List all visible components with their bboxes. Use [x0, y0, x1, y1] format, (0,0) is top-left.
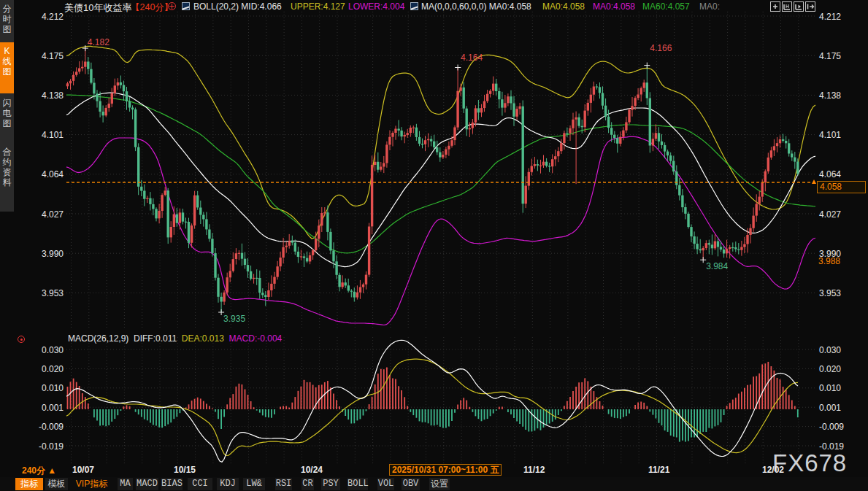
svg-text:4.101: 4.101	[42, 130, 64, 140]
svg-text:0.030: 0.030	[819, 345, 841, 355]
svg-text:0.020: 0.020	[819, 364, 841, 374]
svg-text:-0.019: -0.019	[39, 441, 64, 452]
svg-text:3.990: 3.990	[42, 249, 64, 259]
svg-text:4.027: 4.027	[819, 209, 841, 220]
svg-text:4.182: 4.182	[88, 37, 110, 47]
svg-text:4.212: 4.212	[42, 12, 64, 22]
svg-text:4.064: 4.064	[42, 169, 64, 179]
svg-text:4.175: 4.175	[819, 51, 841, 61]
svg-text:0.010: 0.010	[819, 383, 841, 393]
svg-text:0.001: 0.001	[819, 403, 841, 413]
svg-text:4.138: 4.138	[819, 90, 841, 101]
svg-text:4.175: 4.175	[42, 51, 64, 61]
svg-text:3.953: 3.953	[819, 288, 841, 298]
svg-text:4.027: 4.027	[42, 209, 64, 220]
svg-text:3.984: 3.984	[706, 261, 728, 271]
svg-text:-0.009: -0.009	[819, 422, 844, 432]
svg-text:0.010: 0.010	[42, 383, 64, 393]
svg-text:4.101: 4.101	[819, 130, 841, 140]
svg-text:0.020: 0.020	[42, 364, 64, 374]
svg-text:4.166: 4.166	[650, 43, 672, 53]
svg-text:4.138: 4.138	[42, 90, 64, 101]
svg-text:0.030: 0.030	[42, 345, 64, 355]
svg-text:3.953: 3.953	[42, 288, 64, 298]
svg-text:0.001: 0.001	[42, 403, 64, 413]
svg-text:4.164: 4.164	[461, 53, 483, 63]
svg-text:4.212: 4.212	[819, 12, 841, 22]
svg-text:3.935: 3.935	[223, 314, 245, 324]
svg-text:4.064: 4.064	[819, 169, 841, 179]
svg-text:-0.009: -0.009	[39, 422, 64, 432]
